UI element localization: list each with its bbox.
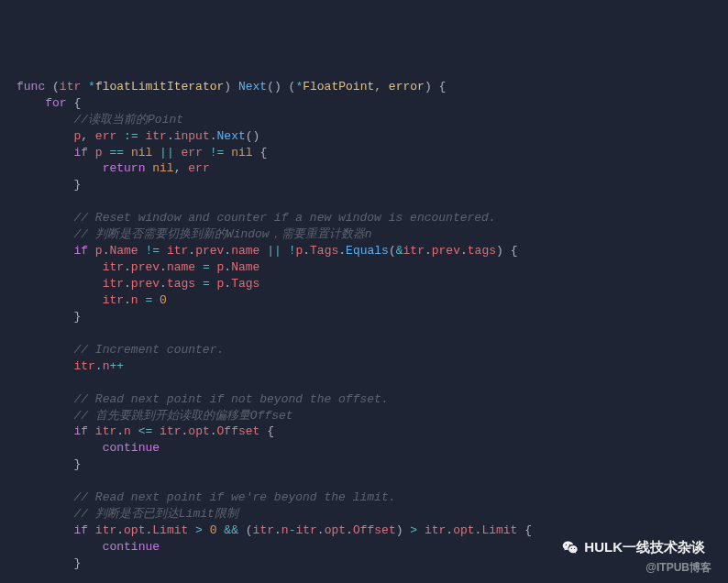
comment: // Read next point if not beyond the off… — [73, 392, 388, 406]
type-error: error — [389, 80, 425, 94]
watermark-itpub: @ITPUB博客 — [645, 560, 711, 576]
type-fli: floatLimitIterator — [95, 80, 224, 94]
comment: // Reset window and counter if a new win… — [73, 211, 495, 225]
fn-next: Next — [238, 80, 267, 94]
watermark-hulk-text: HULK一线技术杂谈 — [584, 538, 705, 557]
kw-for: for — [45, 96, 66, 110]
watermark-hulk: HULK一线技术杂谈 — [562, 538, 705, 557]
op-star: * — [88, 80, 95, 94]
type-float: FloatPoint — [303, 80, 374, 94]
code-block: func (itr *floatLimitIterator) Next() (*… — [17, 79, 711, 583]
id-itr: itr — [60, 80, 81, 94]
comment: // 判断是否需要切换到新的Window，需要重置计数器n — [73, 227, 371, 241]
kw-func: func — [17, 80, 45, 94]
comment: // 判断是否已到达Limit限制 — [73, 507, 237, 521]
comment: // Read next point if we're beyond the l… — [73, 490, 395, 504]
comment: //读取当前的Point — [73, 113, 183, 126]
comment: // 首先要跳到开始读取的偏移量Offset — [73, 409, 292, 423]
wechat-icon — [562, 540, 579, 556]
comment: // Increment counter. — [73, 343, 224, 357]
